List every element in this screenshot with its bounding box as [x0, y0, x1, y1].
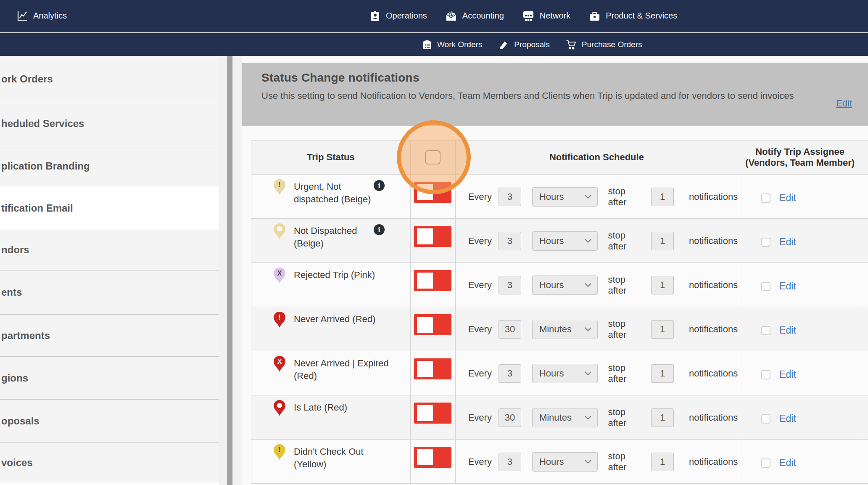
trip-status-pin-icon: X: [273, 355, 286, 372]
sidebar-item[interactable]: oposals: [0, 400, 219, 443]
interval-unit-select[interactable]: Hours: [532, 231, 598, 251]
interval-unit-select[interactable]: Hours: [532, 364, 598, 383]
notify-assignee-checkbox[interactable]: [761, 282, 770, 291]
row-edit-link[interactable]: Edit: [779, 236, 796, 248]
schedule-cell: Every Hours stop after notifications: [455, 219, 738, 262]
row-edit-link[interactable]: Edit: [779, 192, 796, 204]
svg-text:X: X: [277, 358, 282, 365]
sidebar-item[interactable]: gions: [0, 357, 219, 400]
schedule-cell: Every Hours stop after notifications: [455, 263, 738, 307]
interval-value-input[interactable]: [499, 276, 521, 294]
interval-value-input[interactable]: [499, 453, 521, 471]
status-toggle[interactable]: [414, 358, 451, 379]
trip-status-label: Not Dispatched (Beige): [294, 225, 357, 250]
interval-unit-select[interactable]: Hours: [532, 187, 598, 207]
status-notifications-table: Trip Status Notification Schedule Notify…: [251, 140, 868, 484]
sidebar-scrollbar[interactable]: [227, 56, 232, 485]
row-edit-link[interactable]: Edit: [779, 281, 796, 292]
toggle-cell: [410, 440, 455, 483]
status-toggle[interactable]: [414, 226, 451, 247]
stop-after-input[interactable]: [651, 188, 674, 206]
select-all-checkbox[interactable]: [425, 150, 441, 164]
info-icon[interactable]: i: [374, 224, 385, 235]
notify-assignee-checkbox[interactable]: [761, 193, 770, 203]
stop-after-input[interactable]: [651, 453, 674, 471]
extra-cell: [862, 263, 868, 307]
analytics-chart-icon: [17, 11, 28, 21]
chevron-down-icon: [585, 416, 591, 420]
interval-value-input[interactable]: [499, 320, 521, 339]
schedule-cell: Every Hours stop after notifications: [455, 175, 738, 218]
app-window: Analytics Operations: [0, 0, 868, 485]
status-toggle[interactable]: [414, 314, 451, 335]
section-edit-link[interactable]: Edit: [836, 98, 852, 109]
row-edit-link[interactable]: Edit: [779, 457, 796, 469]
interval-value-input[interactable]: [499, 408, 521, 427]
main-panel: Status Change notifications Use this set…: [242, 56, 868, 485]
interval-unit-select[interactable]: Hours: [532, 452, 598, 472]
interval-unit-value: Minutes: [539, 412, 572, 423]
info-icon[interactable]: i: [374, 180, 385, 191]
notifications-label: notifications: [689, 368, 738, 379]
stop-after-input[interactable]: [651, 276, 674, 294]
status-toggle[interactable]: [414, 182, 451, 203]
interval-unit-select[interactable]: Minutes: [532, 408, 598, 427]
sidebar-item[interactable]: ndors: [0, 229, 219, 270]
nav-operations[interactable]: Operations: [370, 11, 427, 21]
notify-assignee-checkbox[interactable]: [761, 238, 770, 247]
row-edit-link[interactable]: Edit: [779, 413, 796, 424]
header-trip-status: Trip Status: [251, 140, 410, 174]
row-edit-link[interactable]: Edit: [779, 369, 796, 380]
svg-text:!: !: [278, 181, 280, 188]
settings-sidebar: ork Ordersheduled Servicesplication Bran…: [0, 56, 219, 485]
nav-accounting-label: Accounting: [462, 11, 504, 21]
notify-assignee-checkbox[interactable]: [761, 458, 770, 468]
stop-after-input[interactable]: [651, 364, 674, 383]
secondary-navbar: Work Orders $ Proposals: [0, 33, 868, 56]
nav-purchase-orders[interactable]: Purchase Orders: [566, 40, 642, 50]
table-row: Is Late (Red) i Every Minutes stop after…: [251, 395, 868, 440]
notify-assignee-checkbox[interactable]: [761, 414, 770, 424]
page-title: Status Change notifications: [261, 71, 868, 85]
interval-value-input[interactable]: [499, 188, 521, 206]
nav-analytics[interactable]: Analytics: [17, 0, 67, 32]
header-toggle-column: [410, 140, 455, 174]
stop-after-input[interactable]: [651, 408, 674, 427]
toggle-cell: [410, 395, 455, 439]
status-toggle[interactable]: [414, 403, 451, 424]
trip-status-label: Never Arrived | Expired (Red): [294, 357, 389, 382]
interval-unit-select[interactable]: Hours: [532, 276, 598, 295]
interval-value-input[interactable]: [499, 232, 521, 250]
notify-assignee-cell: Edit: [738, 263, 862, 307]
nav-analytics-label: Analytics: [33, 11, 67, 21]
sidebar-item[interactable]: ork Orders: [0, 56, 219, 102]
sidebar-item[interactable]: voices: [0, 443, 219, 483]
row-edit-link[interactable]: Edit: [779, 325, 796, 336]
nav-product-services[interactable]: Product & Services: [589, 11, 677, 21]
table-header-row: Trip Status Notification Schedule Notify…: [251, 140, 868, 175]
sidebar-item[interactable]: partments: [0, 315, 219, 357]
chevron-down-icon: [585, 283, 591, 287]
nav-accounting[interactable]: $ Accounting: [446, 11, 504, 21]
nav-proposals[interactable]: $ Proposals: [498, 40, 550, 50]
stop-after-input[interactable]: [651, 320, 674, 339]
stop-after-input[interactable]: [651, 232, 674, 250]
table-row: ! Didn't Check Out (Yellow) i Every Hour…: [251, 440, 868, 484]
chevron-down-icon: [585, 327, 591, 331]
sidebar-item[interactable]: heduled Services: [0, 102, 219, 145]
every-label: Every: [468, 236, 492, 246]
notify-assignee-checkbox[interactable]: [761, 326, 770, 335]
sidebar-item[interactable]: plication Branding: [0, 145, 219, 187]
interval-unit-select[interactable]: Minutes: [532, 320, 598, 339]
sidebar-item[interactable]: ents: [0, 270, 219, 315]
interval-value-input[interactable]: [499, 364, 521, 383]
chevron-down-icon: [585, 371, 591, 376]
notify-assignee-checkbox[interactable]: [761, 370, 770, 379]
toggle-knob: [417, 184, 433, 200]
nav-work-orders[interactable]: Work Orders: [422, 40, 482, 50]
status-toggle[interactable]: [414, 270, 451, 291]
sidebar-item[interactable]: tification Email: [0, 187, 219, 229]
nav-network[interactable]: Network: [522, 11, 570, 21]
status-toggle[interactable]: [414, 447, 451, 468]
schedule-controls: Every Hours stop after notifications: [456, 351, 738, 395]
